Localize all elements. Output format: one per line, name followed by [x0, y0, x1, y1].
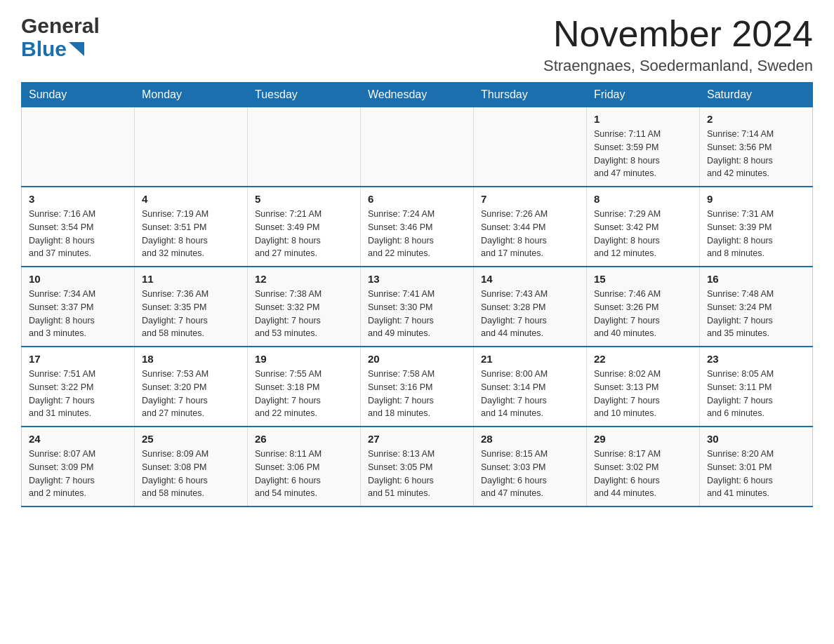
day-info: Sunrise: 7:34 AM Sunset: 3:37 PM Dayligh…	[29, 288, 127, 340]
calendar-cell: 6Sunrise: 7:24 AM Sunset: 3:46 PM Daylig…	[361, 187, 474, 267]
location: Straengnaes, Soedermanland, Sweden	[543, 57, 813, 75]
day-number: 4	[142, 193, 240, 205]
day-number: 8	[594, 193, 692, 205]
day-info: Sunrise: 8:11 AM Sunset: 3:06 PM Dayligh…	[255, 448, 353, 500]
day-number: 3	[29, 193, 127, 205]
day-info: Sunrise: 7:29 AM Sunset: 3:42 PM Dayligh…	[594, 208, 692, 260]
page-header: General Blue November 2024 Straengnaes, …	[21, 14, 813, 75]
calendar-cell	[474, 107, 587, 187]
day-number: 29	[594, 433, 692, 445]
day-info: Sunrise: 7:51 AM Sunset: 3:22 PM Dayligh…	[29, 368, 127, 420]
day-info: Sunrise: 7:43 AM Sunset: 3:28 PM Dayligh…	[481, 288, 579, 340]
calendar-cell: 23Sunrise: 8:05 AM Sunset: 3:11 PM Dayli…	[700, 347, 813, 427]
calendar-week-row: 17Sunrise: 7:51 AM Sunset: 3:22 PM Dayli…	[22, 347, 813, 427]
calendar-cell: 28Sunrise: 8:15 AM Sunset: 3:03 PM Dayli…	[474, 427, 587, 507]
day-info: Sunrise: 7:48 AM Sunset: 3:24 PM Dayligh…	[707, 288, 805, 340]
logo-blue: Blue	[21, 37, 100, 60]
day-number: 1	[594, 113, 692, 125]
title-block: November 2024 Straengnaes, Soedermanland…	[543, 14, 813, 75]
calendar-cell: 11Sunrise: 7:36 AM Sunset: 3:35 PM Dayli…	[135, 267, 248, 347]
day-number: 7	[481, 193, 579, 205]
day-info: Sunrise: 7:31 AM Sunset: 3:39 PM Dayligh…	[707, 208, 805, 260]
day-number: 6	[368, 193, 466, 205]
day-number: 12	[255, 273, 353, 285]
calendar-cell: 15Sunrise: 7:46 AM Sunset: 3:26 PM Dayli…	[587, 267, 700, 347]
day-info: Sunrise: 8:00 AM Sunset: 3:14 PM Dayligh…	[481, 368, 579, 420]
day-number: 25	[142, 433, 240, 445]
day-info: Sunrise: 7:21 AM Sunset: 3:49 PM Dayligh…	[255, 208, 353, 260]
calendar-cell: 2Sunrise: 7:14 AM Sunset: 3:56 PM Daylig…	[700, 107, 813, 187]
day-info: Sunrise: 8:09 AM Sunset: 3:08 PM Dayligh…	[142, 448, 240, 500]
day-number: 24	[29, 433, 127, 445]
calendar-cell: 29Sunrise: 8:17 AM Sunset: 3:02 PM Dayli…	[587, 427, 700, 507]
day-number: 22	[594, 353, 692, 365]
calendar-week-row: 24Sunrise: 8:07 AM Sunset: 3:09 PM Dayli…	[22, 427, 813, 507]
day-info: Sunrise: 7:55 AM Sunset: 3:18 PM Dayligh…	[255, 368, 353, 420]
calendar-cell: 16Sunrise: 7:48 AM Sunset: 3:24 PM Dayli…	[700, 267, 813, 347]
calendar-cell: 19Sunrise: 7:55 AM Sunset: 3:18 PM Dayli…	[248, 347, 361, 427]
day-info: Sunrise: 8:05 AM Sunset: 3:11 PM Dayligh…	[707, 368, 805, 420]
calendar-cell: 10Sunrise: 7:34 AM Sunset: 3:37 PM Dayli…	[22, 267, 135, 347]
calendar-cell: 7Sunrise: 7:26 AM Sunset: 3:44 PM Daylig…	[474, 187, 587, 267]
day-info: Sunrise: 7:11 AM Sunset: 3:59 PM Dayligh…	[594, 128, 692, 180]
day-number: 11	[142, 273, 240, 285]
day-number: 15	[594, 273, 692, 285]
day-number: 14	[481, 273, 579, 285]
calendar-week-row: 3Sunrise: 7:16 AM Sunset: 3:54 PM Daylig…	[22, 187, 813, 267]
calendar-cell: 1Sunrise: 7:11 AM Sunset: 3:59 PM Daylig…	[587, 107, 700, 187]
day-info: Sunrise: 8:20 AM Sunset: 3:01 PM Dayligh…	[707, 448, 805, 500]
calendar-cell: 20Sunrise: 7:58 AM Sunset: 3:16 PM Dayli…	[361, 347, 474, 427]
day-number: 26	[255, 433, 353, 445]
calendar-cell: 17Sunrise: 7:51 AM Sunset: 3:22 PM Dayli…	[22, 347, 135, 427]
day-number: 20	[368, 353, 466, 365]
calendar-cell: 30Sunrise: 8:20 AM Sunset: 3:01 PM Dayli…	[700, 427, 813, 507]
day-number: 19	[255, 353, 353, 365]
day-info: Sunrise: 7:14 AM Sunset: 3:56 PM Dayligh…	[707, 128, 805, 180]
calendar-cell: 25Sunrise: 8:09 AM Sunset: 3:08 PM Dayli…	[135, 427, 248, 507]
day-number: 2	[707, 113, 805, 125]
calendar-cell: 3Sunrise: 7:16 AM Sunset: 3:54 PM Daylig…	[22, 187, 135, 267]
day-number: 30	[707, 433, 805, 445]
day-info: Sunrise: 7:58 AM Sunset: 3:16 PM Dayligh…	[368, 368, 466, 420]
logo: General Blue	[21, 14, 100, 60]
calendar-cell: 13Sunrise: 7:41 AM Sunset: 3:30 PM Dayli…	[361, 267, 474, 347]
month-title: November 2024	[543, 14, 813, 54]
day-number: 23	[707, 353, 805, 365]
day-info: Sunrise: 7:36 AM Sunset: 3:35 PM Dayligh…	[142, 288, 240, 340]
day-info: Sunrise: 7:46 AM Sunset: 3:26 PM Dayligh…	[594, 288, 692, 340]
calendar-cell: 4Sunrise: 7:19 AM Sunset: 3:51 PM Daylig…	[135, 187, 248, 267]
logo-general: General	[21, 14, 100, 37]
day-info: Sunrise: 7:19 AM Sunset: 3:51 PM Dayligh…	[142, 208, 240, 260]
header-thursday: Thursday	[474, 83, 587, 107]
day-number: 10	[29, 273, 127, 285]
day-number: 21	[481, 353, 579, 365]
day-info: Sunrise: 7:16 AM Sunset: 3:54 PM Dayligh…	[29, 208, 127, 260]
calendar-table: SundayMondayTuesdayWednesdayThursdayFrid…	[21, 82, 813, 507]
svg-marker-0	[69, 42, 84, 56]
calendar-cell: 9Sunrise: 7:31 AM Sunset: 3:39 PM Daylig…	[700, 187, 813, 267]
day-number: 28	[481, 433, 579, 445]
calendar-cell: 18Sunrise: 7:53 AM Sunset: 3:20 PM Dayli…	[135, 347, 248, 427]
day-info: Sunrise: 7:41 AM Sunset: 3:30 PM Dayligh…	[368, 288, 466, 340]
calendar-cell: 8Sunrise: 7:29 AM Sunset: 3:42 PM Daylig…	[587, 187, 700, 267]
calendar-week-row: 10Sunrise: 7:34 AM Sunset: 3:37 PM Dayli…	[22, 267, 813, 347]
header-saturday: Saturday	[700, 83, 813, 107]
calendar-cell	[135, 107, 248, 187]
calendar-cell: 22Sunrise: 8:02 AM Sunset: 3:13 PM Dayli…	[587, 347, 700, 427]
calendar-cell	[361, 107, 474, 187]
day-info: Sunrise: 7:26 AM Sunset: 3:44 PM Dayligh…	[481, 208, 579, 260]
calendar-cell: 12Sunrise: 7:38 AM Sunset: 3:32 PM Dayli…	[248, 267, 361, 347]
calendar-cell: 27Sunrise: 8:13 AM Sunset: 3:05 PM Dayli…	[361, 427, 474, 507]
header-wednesday: Wednesday	[361, 83, 474, 107]
day-number: 16	[707, 273, 805, 285]
day-number: 17	[29, 353, 127, 365]
calendar-cell	[22, 107, 135, 187]
header-monday: Monday	[135, 83, 248, 107]
day-info: Sunrise: 8:17 AM Sunset: 3:02 PM Dayligh…	[594, 448, 692, 500]
calendar-week-row: 1Sunrise: 7:11 AM Sunset: 3:59 PM Daylig…	[22, 107, 813, 187]
header-sunday: Sunday	[22, 83, 135, 107]
calendar-cell: 26Sunrise: 8:11 AM Sunset: 3:06 PM Dayli…	[248, 427, 361, 507]
day-number: 9	[707, 193, 805, 205]
calendar-cell: 5Sunrise: 7:21 AM Sunset: 3:49 PM Daylig…	[248, 187, 361, 267]
day-info: Sunrise: 8:13 AM Sunset: 3:05 PM Dayligh…	[368, 448, 466, 500]
